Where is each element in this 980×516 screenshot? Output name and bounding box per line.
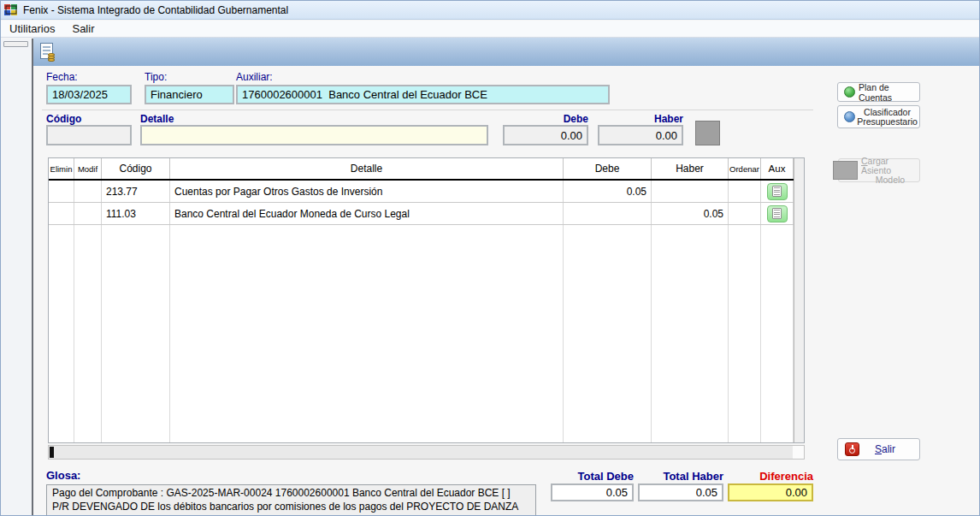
panel-grip[interactable] [3, 41, 28, 47]
title-bar: Fenix - Sistema Integrado de Contabilida… [1, 1, 980, 20]
aux-button[interactable] [767, 183, 788, 200]
grid-header-detalle: Detalle [170, 158, 564, 179]
power-icon [845, 442, 859, 456]
glosa-textbox[interactable]: Pago del Comprobante : GAS-2025-MAR-0002… [46, 484, 536, 516]
auxiliar-label: Auxiliar: [236, 71, 273, 83]
grid-header-cdigo: Código [102, 158, 170, 179]
grid-cell [729, 181, 761, 202]
grid-vertical-scrollbar[interactable] [794, 158, 804, 442]
clasificador-label-line1: Clasificador [864, 108, 911, 117]
total-haber-field [638, 483, 723, 501]
diferencia-label: Diferencia [728, 470, 813, 483]
menu-bar: Utilitarios Salir [1, 21, 980, 38]
debe-label: Debe [503, 113, 588, 125]
grid-cell-aux [761, 203, 794, 224]
grid-cell [74, 203, 102, 224]
haber-input[interactable] [598, 125, 683, 145]
glosa-line-2: P/R DEVENGADO DE los débitos bancarios p… [52, 500, 530, 516]
grid-header-elimin: Elimin [49, 158, 74, 179]
separator [42, 110, 813, 110]
grid-header-haber: Haber [652, 158, 729, 179]
grid-cell: 0.05 [564, 181, 652, 202]
grid-cell [74, 181, 102, 202]
auxiliar-field[interactable] [236, 85, 610, 104]
new-voucher-icon[interactable] [40, 43, 57, 62]
grid-header-row: EliminModifCódigoDetalleDebeHaberOrdenar… [49, 158, 794, 181]
clasificador-presupuestario-button[interactable]: Clasificador Presupuestario [837, 105, 920, 128]
codigo-label: Código [46, 113, 81, 125]
detalle-label: Detalle [140, 113, 174, 125]
grid-row[interactable]: 111.03Banco Central del Ecuador Moneda d… [49, 203, 794, 225]
clasificador-label-line2: Presupuestario [857, 117, 918, 127]
grid-header-modif: Modif [74, 158, 102, 179]
grid-cell [729, 203, 761, 224]
total-debe-field [551, 483, 634, 501]
total-debe-label: Total Debe [551, 470, 634, 483]
grid-cell [49, 203, 74, 224]
plan-de-cuentas-label: Plan de Cuentas [859, 82, 919, 103]
left-panel [1, 39, 32, 516]
codigo-input[interactable] [46, 125, 132, 145]
aux-button[interactable] [767, 205, 788, 222]
grid-cell [652, 181, 729, 202]
scrollbar-thumb[interactable] [50, 447, 54, 458]
toolbar [33, 38, 980, 66]
menu-salir[interactable]: Salir [63, 21, 103, 37]
haber-label: Haber [598, 113, 683, 125]
glosa-line-1: Pago del Comprobante : GAS-2025-MAR-0002… [52, 486, 530, 500]
cargar-label-line2: Modelo [876, 175, 905, 185]
fecha-field[interactable] [46, 85, 132, 104]
diferencia-field [728, 483, 813, 501]
window-title: Fenix - Sistema Integrado de Contabilida… [23, 4, 288, 16]
grid-header-ordenar: Ordenar [729, 158, 761, 179]
grid-cell: 111.03 [102, 203, 170, 224]
main-content: Fecha: Tipo: Auxiliar: Código Detalle De… [33, 66, 980, 516]
grid-row[interactable]: 213.77Cuentas por Pagar Otros Gastos de … [49, 181, 794, 203]
tipo-label: Tipo: [145, 71, 167, 83]
entries-grid: EliminModifCódigoDetalleDebeHaberOrdenar… [48, 157, 805, 443]
grid-header-debe: Debe [564, 158, 652, 179]
aux-document-icon [772, 186, 782, 197]
coin-icon [48, 58, 55, 62]
salir-button[interactable]: Salir [837, 438, 920, 460]
glosa-label: Glosa: [46, 469, 80, 482]
add-line-button[interactable] [695, 121, 720, 145]
app-icon [4, 3, 18, 17]
grid-cell [564, 203, 652, 224]
cargar-label-line1: Cargar Asiento [861, 157, 919, 175]
grid-horizontal-scrollbar[interactable] [48, 445, 805, 460]
tipo-field[interactable] [145, 85, 234, 104]
plan-de-cuentas-button[interactable]: Plan de Cuentas [837, 82, 920, 102]
aux-document-icon [772, 208, 782, 219]
debe-input[interactable] [503, 125, 588, 145]
grid-header-aux: Aux [761, 158, 794, 179]
scrollbar-corner [793, 446, 804, 459]
detalle-input[interactable] [140, 125, 488, 145]
grid-cell: 213.77 [102, 181, 170, 202]
green-sphere-icon [844, 86, 855, 98]
blue-sphere-icon [844, 111, 855, 122]
grid-cell-aux [761, 181, 794, 202]
fecha-label: Fecha: [46, 71, 78, 83]
menu-utilitarios[interactable]: Utilitarios [1, 21, 63, 37]
grid-empty-area [49, 225, 794, 442]
grid-area: EliminModifCódigoDetalleDebeHaberOrdenar… [49, 158, 794, 442]
total-haber-label: Total Haber [638, 470, 723, 483]
cargar-asiento-icon [833, 161, 858, 180]
grid-cell [49, 181, 74, 202]
grid-cell: 0.05 [652, 203, 729, 224]
grid-cell: Banco Central del Ecuador Moneda de Curs… [170, 203, 564, 224]
grid-cell: Cuentas por Pagar Otros Gastos de Invers… [170, 181, 564, 202]
salir-label: Salir [859, 443, 911, 455]
